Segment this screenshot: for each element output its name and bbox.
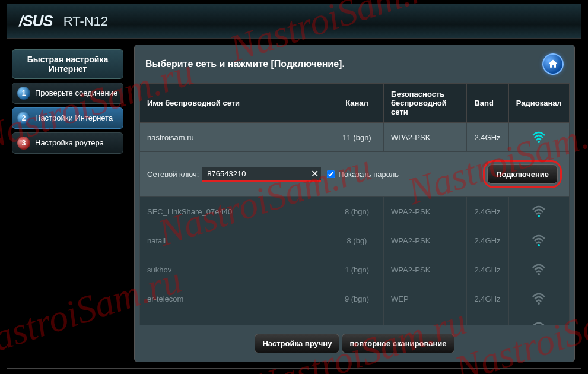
cell-band: 2.4GHz bbox=[467, 123, 508, 152]
table-row[interactable]: er-telecom 9 (bgn) WEP 2.4GHz bbox=[140, 284, 570, 313]
wifi-signal-icon bbox=[508, 313, 569, 326]
cell-band: 2.4GHz bbox=[467, 313, 508, 326]
wifi-signal-icon bbox=[508, 123, 569, 152]
step-label: Настройка роутера bbox=[35, 138, 104, 148]
app-header: /SUS RT-N12 bbox=[7, 4, 581, 39]
svg-point-4 bbox=[538, 302, 540, 305]
cell-security: WPA2-PSK bbox=[384, 226, 467, 255]
step-number-icon: 1 bbox=[17, 87, 30, 100]
show-password-checkbox[interactable] bbox=[327, 170, 335, 178]
cell-security: WPA2-PSK bbox=[384, 123, 467, 152]
col-header-band: Band bbox=[467, 84, 508, 123]
cell-name: sukhov bbox=[140, 255, 330, 284]
wifi-signal-icon bbox=[508, 226, 569, 255]
cell-band: 2.4GHz bbox=[467, 255, 508, 284]
svg-point-0 bbox=[538, 141, 540, 143]
model-name: RT-N12 bbox=[63, 14, 108, 29]
step-internet-settings[interactable]: 2 Настройки Интернета bbox=[12, 107, 123, 129]
network-key-label: Сетевой ключ: bbox=[147, 170, 199, 179]
cell-channel: 8 (bg) bbox=[330, 226, 383, 255]
rescan-button[interactable]: повторное сканирование bbox=[342, 334, 454, 353]
show-password-label: Показать пароль bbox=[338, 170, 399, 179]
col-header-name: Имя беспроводной сети bbox=[140, 84, 330, 123]
cell-channel: 8 (bgn) bbox=[330, 197, 383, 226]
table-row[interactable]: sukhov 1 (bgn) WPA2-PSK 2.4GHz bbox=[140, 255, 570, 284]
home-icon bbox=[547, 58, 559, 70]
manual-setup-button[interactable]: Настройка вручну bbox=[255, 334, 339, 353]
main-panel: Выберите сеть и нажмите [Подключение]. И… bbox=[134, 45, 575, 362]
svg-point-1 bbox=[538, 215, 540, 217]
cell-security: WPA2-PSK bbox=[384, 313, 467, 326]
page-title: Выберите сеть и нажмите [Подключение]. bbox=[145, 59, 345, 69]
step-router-config[interactable]: 3 Настройка роутера bbox=[12, 132, 123, 154]
step-label: Проверьте соединение bbox=[35, 88, 117, 98]
cell-name: er-telecom bbox=[140, 284, 330, 313]
sidebar-title: Быстрая настройка Интернет bbox=[12, 49, 123, 79]
clear-input-icon[interactable]: ✕ bbox=[311, 168, 319, 179]
step-number-icon: 3 bbox=[17, 137, 30, 150]
network-table-scroll[interactable]: Имя беспроводной сети Канал Безопасность… bbox=[139, 83, 570, 325]
wifi-signal-icon bbox=[508, 255, 569, 284]
sidebar: Быстрая настройка Интернет 1 Проверьте с… bbox=[7, 45, 126, 362]
cell-security: WPA2-PSK bbox=[384, 255, 467, 284]
cell-name: SEC_LinkShare_07e440 bbox=[140, 197, 330, 226]
cell-security: WPA2-PSK bbox=[384, 197, 467, 226]
footer-buttons: Настройка вручнуповторное сканирование bbox=[135, 325, 574, 362]
cell-band: 2.4GHz bbox=[467, 226, 508, 255]
network-key-input[interactable] bbox=[202, 167, 321, 180]
home-button[interactable] bbox=[542, 53, 564, 75]
table-row[interactable]: nastroisam.ru 11 (bgn) WPA2-PSK 2.4GHz bbox=[140, 123, 570, 152]
table-row[interactable]: SEC_LinkShare_07e440 8 (bgn) WPA2-PSK 2.… bbox=[140, 197, 570, 226]
cell-channel: 9 (bgn) bbox=[330, 284, 383, 313]
cell-security: WEP bbox=[384, 284, 467, 313]
step-label: Настройки Интернета bbox=[35, 113, 113, 123]
cell-channel: 11 (bgn) bbox=[330, 313, 383, 326]
svg-point-2 bbox=[538, 244, 540, 246]
col-header-security: Безопасность беспроводной сети bbox=[384, 84, 467, 123]
connect-row: Сетевой ключ: ✕ Показать пароль Подключе… bbox=[140, 152, 570, 197]
connect-button[interactable]: Подключение bbox=[487, 164, 558, 184]
cell-name: natali bbox=[140, 226, 330, 255]
brand-logo: /SUS bbox=[19, 12, 53, 30]
network-table: Имя беспроводной сети Канал Безопасность… bbox=[139, 83, 570, 325]
wifi-signal-icon bbox=[508, 197, 569, 226]
cell-channel: 11 (bgn) bbox=[330, 123, 383, 152]
cell-name: nastroisam.ru bbox=[140, 123, 330, 152]
cell-band: 2.4GHz bbox=[467, 284, 508, 313]
cell-name: WiFi-DOM.ru-5044 bbox=[140, 313, 330, 326]
svg-point-3 bbox=[538, 273, 540, 275]
col-header-radio: Радиоканал bbox=[508, 84, 569, 123]
col-header-channel: Канал bbox=[330, 84, 383, 123]
cell-band: 2.4GHz bbox=[467, 197, 508, 226]
wifi-signal-icon bbox=[508, 284, 569, 313]
table-row[interactable]: WiFi-DOM.ru-5044 11 (bgn) WPA2-PSK 2.4GH… bbox=[140, 313, 570, 326]
cell-channel: 1 (bgn) bbox=[330, 255, 383, 284]
table-row[interactable]: natali 8 (bg) WPA2-PSK 2.4GHz bbox=[140, 226, 570, 255]
step-check-connection[interactable]: 1 Проверьте соединение bbox=[12, 83, 123, 104]
connect-button-highlight: Подключение bbox=[483, 160, 562, 188]
step-number-icon: 2 bbox=[17, 112, 30, 125]
